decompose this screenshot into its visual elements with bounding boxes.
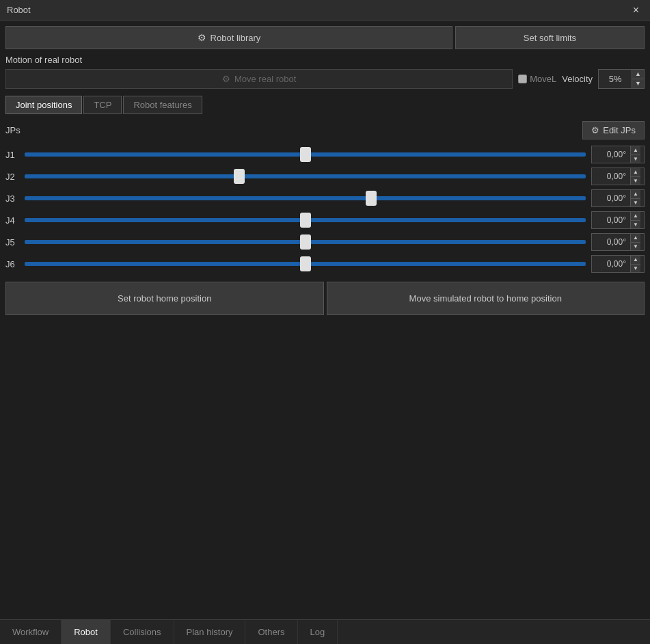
velocity-spin-up[interactable]: ▲ (632, 70, 644, 79)
set-robot-home-button[interactable]: Set robot home position (5, 282, 324, 315)
slider-wrapper-j4 (25, 211, 586, 230)
joint-value-j4[interactable] (592, 212, 630, 228)
joint-label-j4: J4 (5, 215, 19, 226)
move-real-robot-row: ⚙ Move real robot MoveL Velocity ▲ ▼ (5, 69, 645, 89)
slider-wrapper-j1 (25, 145, 586, 164)
velocity-input[interactable] (599, 70, 632, 88)
joint-spinners-j6: ▲ ▼ (630, 256, 640, 272)
joint-spinners-j2: ▲ ▼ (630, 168, 640, 185)
bottom-tab-collisions[interactable]: Collisions (111, 620, 174, 644)
tabs-row: Joint positions TCP Robot features (5, 96, 645, 114)
j4-spin-down[interactable]: ▼ (631, 221, 640, 229)
bottom-tab-plan-history[interactable]: Plan history (174, 620, 246, 644)
joint-spinners-j3: ▲ ▼ (630, 190, 640, 206)
joint-spinners-j4: ▲ ▼ (630, 212, 640, 228)
bottom-tab-others[interactable]: Others (245, 620, 297, 644)
joint-row-j3: J3 ▲ ▼ (5, 189, 645, 208)
joint-label-j5: J5 (5, 237, 19, 247)
move-real-robot-button: ⚙ Move real robot (5, 69, 513, 89)
move-robot-icon: ⚙ (222, 74, 230, 84)
bottom-tab-workflow[interactable]: Workflow (0, 620, 62, 644)
j1-spin-down[interactable]: ▼ (631, 155, 640, 163)
main-content: ⚙ Robot library Set soft limits Motion o… (0, 21, 650, 619)
window-title: Robot (7, 5, 31, 15)
joint-row-j1: J1 ▲ ▼ (5, 145, 645, 164)
joint-value-j5[interactable] (592, 234, 630, 250)
joint-value-container-j4: ▲ ▼ (591, 211, 645, 229)
slider-wrapper-j2 (25, 167, 586, 186)
j5-spin-up[interactable]: ▲ (631, 234, 640, 243)
j4-spin-up[interactable]: ▲ (631, 212, 640, 221)
close-button[interactable]: × (629, 3, 643, 17)
velocity-label: Velocity (562, 74, 593, 84)
slider-wrapper-j3 (25, 189, 586, 208)
tab-robot-features[interactable]: Robot features (123, 96, 202, 114)
joint-slider-j4[interactable] (25, 218, 586, 222)
joint-label-j1: J1 (5, 150, 19, 160)
move-simulated-robot-button[interactable]: Move simulated robot to home position (327, 282, 645, 315)
j2-spin-up[interactable]: ▲ (631, 168, 640, 177)
joint-value-container-j2: ▲ ▼ (591, 167, 645, 185)
edit-jps-button[interactable]: ⚙ Edit JPs (582, 121, 645, 139)
set-soft-limits-button[interactable]: Set soft limits (455, 26, 645, 49)
tab-joint-positions[interactable]: Joint positions (5, 96, 82, 114)
joint-value-container-j3: ▲ ▼ (591, 189, 645, 207)
gear-icon: ⚙ (591, 125, 599, 135)
slider-wrapper-j5 (25, 232, 586, 252)
joint-slider-j3[interactable] (25, 196, 586, 200)
movel-checkbox[interactable] (518, 75, 527, 83)
joint-value-j6[interactable] (592, 256, 630, 272)
joint-value-container-j5: ▲ ▼ (591, 233, 645, 251)
robot-library-button[interactable]: ⚙ Robot library (5, 26, 452, 49)
joint-row-j5: J5 ▲ ▼ (5, 232, 645, 252)
velocity-input-container: ▲ ▼ (598, 69, 645, 89)
joints-container: J1 ▲ ▼ J2 ▲ ▼ (5, 145, 645, 273)
robot-library-label: Robot library (211, 33, 261, 43)
j5-spin-down[interactable]: ▼ (631, 243, 640, 251)
joint-slider-j2[interactable] (25, 174, 586, 178)
joint-label-j3: J3 (5, 193, 19, 204)
joint-value-j3[interactable] (592, 190, 630, 206)
jps-label: JPs (5, 125, 21, 135)
bottom-tab-robot[interactable]: Robot (62, 620, 111, 644)
joint-slider-j1[interactable] (25, 152, 586, 157)
j3-spin-down[interactable]: ▼ (631, 199, 640, 207)
joint-row-j6: J6 ▲ ▼ (5, 254, 645, 273)
action-buttons-row: Set robot home position Move simulated r… (5, 282, 645, 315)
joint-value-container-j1: ▲ ▼ (591, 146, 645, 163)
j3-spin-up[interactable]: ▲ (631, 190, 640, 199)
robot-library-icon: ⚙ (198, 32, 206, 43)
joint-value-container-j6: ▲ ▼ (591, 255, 645, 273)
move-real-robot-label: Move real robot (234, 74, 296, 84)
top-buttons-row: ⚙ Robot library Set soft limits (5, 26, 645, 49)
joint-slider-j6[interactable] (25, 262, 586, 266)
jps-header: JPs ⚙ Edit JPs (5, 121, 645, 139)
slider-wrapper-j6 (25, 254, 586, 273)
j2-spin-down[interactable]: ▼ (631, 177, 640, 185)
tab-tcp[interactable]: TCP (83, 96, 122, 114)
joint-label-j2: J2 (5, 172, 19, 182)
j6-spin-down[interactable]: ▼ (631, 265, 640, 273)
j6-spin-up[interactable]: ▲ (631, 256, 640, 265)
edit-jps-label: Edit JPs (603, 125, 636, 135)
bottom-tabbar: Workflow Robot Collisions Plan history O… (0, 619, 650, 644)
movel-label: MoveL (530, 74, 556, 84)
motion-section-label: Motion of real robot (5, 55, 645, 65)
j1-spin-up[interactable]: ▲ (631, 146, 640, 155)
joint-slider-j5[interactable] (25, 240, 586, 244)
joint-label-j6: J6 (5, 259, 19, 269)
joint-value-j2[interactable] (592, 168, 630, 185)
title-bar: Robot × (0, 0, 650, 21)
movel-checkbox-container: MoveL (518, 74, 556, 84)
velocity-spinners: ▲ ▼ (632, 70, 644, 88)
joint-row-j2: J2 ▲ ▼ (5, 167, 645, 186)
joint-spinners-j5: ▲ ▼ (630, 234, 640, 250)
content-spacer (5, 321, 645, 614)
bottom-tab-log[interactable]: Log (298, 620, 338, 644)
joint-value-j1[interactable] (592, 146, 630, 163)
joint-row-j4: J4 ▲ ▼ (5, 211, 645, 230)
velocity-spin-down[interactable]: ▼ (632, 79, 644, 88)
joint-spinners-j1: ▲ ▼ (630, 146, 640, 163)
